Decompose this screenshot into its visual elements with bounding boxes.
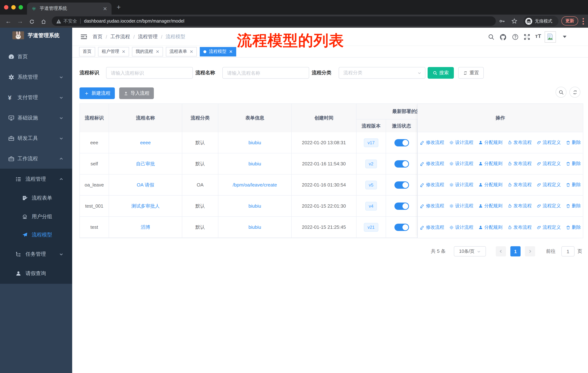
- sidebar-item-workflow[interactable]: 工作流程: [0, 149, 72, 169]
- next-page-button[interactable]: [525, 246, 535, 256]
- refresh-table-button[interactable]: [569, 87, 580, 98]
- process-definition-link[interactable]: 流程定义: [536, 182, 561, 188]
- assign-rule-link[interactable]: 分配规则: [478, 182, 503, 188]
- window-minimize-button[interactable]: [11, 5, 16, 10]
- caret-down-icon[interactable]: [563, 36, 567, 38]
- delete-link[interactable]: 删除: [566, 161, 581, 167]
- cell-form-link[interactable]: biubiu: [218, 153, 292, 174]
- active-toggle[interactable]: [394, 160, 409, 167]
- delete-link[interactable]: 删除: [566, 224, 581, 230]
- sidebar-item-system[interactable]: 系统管理: [0, 67, 72, 87]
- url-text[interactable]: dashboard.yudao.iocoder.cn/bpm/manager/m…: [84, 19, 184, 24]
- font-size-icon[interactable]: ᴛT: [535, 33, 541, 39]
- delete-link[interactable]: 删除: [566, 203, 581, 209]
- cell-process-name-link[interactable]: eeee: [109, 132, 182, 153]
- assign-rule-link[interactable]: 分配规则: [478, 203, 503, 209]
- fullscreen-icon[interactable]: [524, 33, 530, 40]
- reset-button[interactable]: 重置: [458, 67, 484, 79]
- security-warning-icon[interactable]: [56, 19, 61, 23]
- version-tag[interactable]: v2: [365, 159, 377, 168]
- assign-rule-link[interactable]: 分配规则: [478, 161, 503, 167]
- cell-form-link[interactable]: biubiu: [218, 217, 292, 238]
- active-toggle[interactable]: [394, 223, 409, 231]
- publish-process-link[interactable]: 发布流程: [507, 140, 532, 146]
- create-process-button[interactable]: ＋ 新建流程: [79, 87, 115, 99]
- publish-process-link[interactable]: 发布流程: [507, 161, 532, 167]
- process-id-input[interactable]: [106, 67, 193, 79]
- page-size-select[interactable]: 10条/页: [454, 246, 486, 256]
- version-tag[interactable]: v17: [364, 138, 378, 147]
- assign-rule-link[interactable]: 分配规则: [478, 140, 503, 146]
- address-bar[interactable]: 不安全 dashboard.yudao.iocoder.cn/bpm/manag…: [52, 16, 496, 26]
- process-definition-link[interactable]: 流程定义: [536, 224, 561, 230]
- version-tag[interactable]: v5: [365, 181, 377, 189]
- tag-tenant[interactable]: 租户管理✕: [98, 47, 129, 56]
- tag-home[interactable]: 首页: [79, 47, 95, 56]
- assign-rule-link[interactable]: 分配规则: [478, 224, 503, 230]
- browser-menu-icon[interactable]: •••: [581, 18, 586, 25]
- security-label[interactable]: 不安全: [63, 18, 77, 24]
- key-icon[interactable]: [499, 18, 505, 24]
- process-definition-link[interactable]: 流程定义: [536, 140, 561, 146]
- close-tag-icon[interactable]: ✕: [189, 49, 193, 54]
- cell-process-name-link[interactable]: 测试多审批人: [109, 196, 182, 217]
- close-tag-icon[interactable]: ✕: [229, 49, 232, 54]
- cell-process-name-link[interactable]: 自己审批: [109, 153, 182, 174]
- modify-process-link[interactable]: 修改流程: [420, 224, 444, 230]
- prev-page-button[interactable]: [496, 246, 506, 256]
- search-icon[interactable]: [488, 33, 495, 40]
- modify-process-link[interactable]: 修改流程: [420, 161, 444, 167]
- new-tab-button[interactable]: +: [117, 3, 121, 11]
- publish-process-link[interactable]: 发布流程: [507, 224, 532, 230]
- toggle-search-button[interactable]: [556, 87, 567, 98]
- delete-link[interactable]: 删除: [566, 140, 581, 146]
- process-name-input[interactable]: [222, 67, 309, 79]
- modify-process-link[interactable]: 修改流程: [420, 140, 444, 146]
- cell-process-name-link[interactable]: 滔博: [109, 217, 182, 238]
- cell-form-link[interactable]: biubiu: [218, 132, 292, 153]
- design-process-link[interactable]: 设计流程: [449, 203, 473, 209]
- sidebar-item-leave-query[interactable]: 请假查询: [0, 264, 72, 283]
- sidebar-item-devtools[interactable]: 研发工具: [0, 128, 72, 149]
- browser-tab[interactable]: 芋道管理系统 ✕: [27, 2, 112, 15]
- design-process-link[interactable]: 设计流程: [449, 161, 473, 167]
- sidebar-item-payment[interactable]: ¥ 支付管理: [0, 87, 72, 108]
- search-button[interactable]: 搜索: [428, 67, 454, 79]
- active-toggle[interactable]: [394, 181, 409, 189]
- goto-page-input[interactable]: [561, 246, 575, 256]
- cell-form-link[interactable]: /bpm/oa/leave/create: [218, 174, 292, 196]
- import-process-button[interactable]: 导入流程: [119, 87, 154, 99]
- active-toggle[interactable]: [394, 139, 409, 146]
- bookmark-star-icon[interactable]: [511, 18, 518, 24]
- home-icon[interactable]: [39, 18, 47, 26]
- chrome-update-button[interactable]: 更新: [561, 16, 578, 26]
- modify-process-link[interactable]: 修改流程: [420, 203, 444, 209]
- design-process-link[interactable]: 设计流程: [449, 224, 473, 230]
- tag-process-model[interactable]: 流程模型✕: [200, 47, 236, 56]
- process-definition-link[interactable]: 流程定义: [536, 203, 561, 209]
- breadcrumb-home[interactable]: 首页: [93, 33, 102, 40]
- logo-row[interactable]: 芋道管理系统: [0, 28, 72, 43]
- sidebar-item-process-management[interactable]: 流程管理: [0, 170, 72, 188]
- github-icon[interactable]: [499, 33, 506, 40]
- sidebar-item-home[interactable]: 首页: [0, 47, 72, 67]
- version-tag[interactable]: v4: [365, 202, 377, 210]
- window-close-button[interactable]: [4, 5, 8, 10]
- sidebar-item-infrastructure[interactable]: 基础设施: [0, 108, 72, 128]
- sidebar-item-task-management[interactable]: 任务管理: [0, 245, 72, 263]
- close-tag-icon[interactable]: ✕: [122, 49, 126, 54]
- delete-link[interactable]: 删除: [566, 182, 581, 188]
- cell-form-link[interactable]: biubiu: [218, 196, 292, 217]
- sidebar-item-process-form[interactable]: 流程表单: [0, 189, 72, 207]
- tag-my-process[interactable]: 我的流程✕: [132, 47, 163, 56]
- process-category-select[interactable]: 流程分类: [339, 67, 425, 79]
- help-icon[interactable]: [512, 33, 519, 40]
- cell-process-name-link[interactable]: OA 请假: [109, 174, 182, 196]
- window-zoom-button[interactable]: [19, 5, 23, 10]
- process-definition-link[interactable]: 流程定义: [536, 161, 561, 167]
- publish-process-link[interactable]: 发布流程: [507, 182, 532, 188]
- design-process-link[interactable]: 设计流程: [449, 140, 473, 146]
- design-process-link[interactable]: 设计流程: [449, 182, 473, 188]
- breadcrumb-process-management[interactable]: 流程管理: [138, 33, 158, 40]
- sidebar-item-process-model[interactable]: 流程模型: [0, 226, 72, 244]
